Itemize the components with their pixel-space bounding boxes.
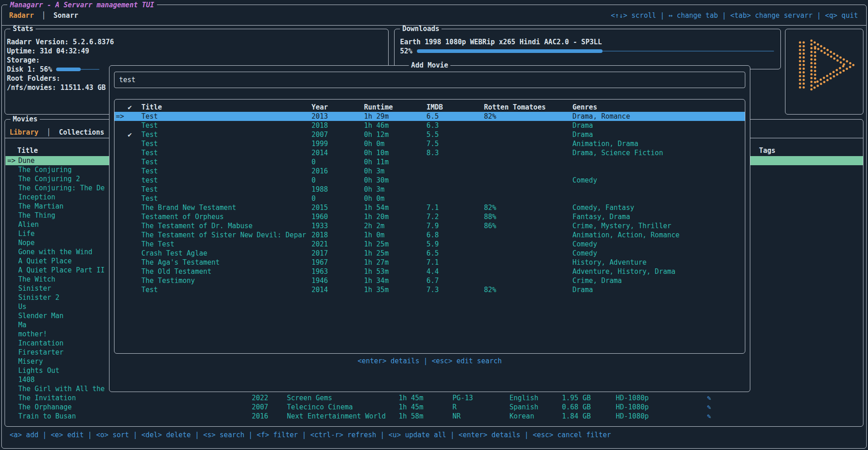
selection-marker [5, 183, 18, 193]
selection-marker: => [5, 156, 18, 165]
movie-list-row[interactable]: The Orphanage 2007 Telecinco Cinema 1h 4… [5, 403, 863, 412]
selection-marker [5, 229, 18, 238]
result-rotten-tomatoes [483, 130, 572, 139]
add-movie-result-row[interactable]: Test 0 0h 0m [114, 194, 745, 203]
edit-icon[interactable]: ✎ [707, 393, 863, 403]
result-genres: Animation, Action, Romance [572, 230, 745, 240]
tab-library[interactable]: Library [10, 128, 38, 136]
movie-list-row[interactable]: Train to Busan 2016 Next Entertainment W… [5, 412, 863, 421]
selection-marker [115, 258, 127, 267]
movie-year: 2022 [252, 393, 287, 403]
tab-radarr[interactable]: Radarr [9, 11, 34, 20]
add-movie-results-list: => Test 2013 1h 29m 6.5 82% Drama, Roman… [114, 112, 745, 294]
add-movie-result-row[interactable]: The Old Testament 1963 1h 53m 4.4 Advent… [114, 267, 745, 276]
add-movie-result-row[interactable]: Test 2014 1h 35m 7.3 82% Drama [114, 285, 745, 294]
add-movie-result-row[interactable]: The Brand New Testament 2015 1h 54m 7.1 … [114, 203, 745, 212]
tab-sonarr[interactable]: Sonarr [53, 11, 78, 20]
add-movie-result-row[interactable]: ✔ Test 2007 0h 12m 5.5 Drama [114, 130, 745, 139]
result-imdb: 5.9 [426, 240, 483, 249]
result-rotten-tomatoes [483, 194, 572, 203]
selection-marker: => [115, 112, 127, 121]
top-keybindings: <↑↓> scroll | ↔ change tab | <tab> chang… [611, 11, 858, 20]
selection-marker [5, 348, 18, 357]
result-title: Test [141, 148, 311, 157]
selection-marker [5, 311, 18, 320]
selection-marker [115, 230, 127, 240]
check-icon [127, 148, 141, 157]
add-movie-result-row[interactable]: The Testimony 1946 1h 34m 6.7 Crime, Dra… [114, 276, 745, 285]
result-year: 1933 [311, 221, 364, 230]
result-runtime: 0h 10m [364, 148, 426, 157]
selection-marker [5, 339, 18, 348]
result-genres: Drama, Science Fiction [572, 148, 745, 157]
add-movie-result-row[interactable]: Crash Test Aglae 2017 1h 25m 6.5 Comedy [114, 249, 745, 258]
result-runtime: 0h 11m [364, 157, 426, 167]
result-genres: History, Adventure [572, 258, 745, 267]
movie-list-row[interactable]: The Invitation 2022 Screen Gems 1h 45m P… [5, 393, 863, 403]
add-movie-result-row[interactable]: The Testament of Dr. Mabuse 1933 2h 2m 7… [114, 221, 745, 230]
downloads-panel: Downloads Earth 1998 1080p WEBRip x265 H… [394, 29, 781, 69]
add-movie-search-input[interactable] [114, 72, 745, 88]
result-runtime: 0h 12m [364, 130, 426, 139]
version-label: Radarr Version: [7, 38, 68, 46]
column-header-marker [115, 103, 127, 112]
add-movie-result-row[interactable]: The Test 2021 1h 25m 5.9 Comedy [114, 240, 745, 249]
result-imdb: 5.5 [426, 130, 483, 139]
selection-marker [115, 167, 127, 176]
selection-marker [5, 266, 18, 275]
selection-marker [5, 220, 18, 229]
tab-collections[interactable]: Collections [59, 128, 104, 136]
add-movie-results-table: ✔ Title Year Runtime IMDB Rotten Tomatoe… [114, 99, 745, 354]
selection-marker [5, 302, 18, 311]
result-imdb: 6.8 [426, 230, 483, 240]
result-title: test [141, 176, 311, 185]
result-year: 1999 [311, 139, 364, 148]
add-movie-result-row[interactable]: Test 0 0h 11m [114, 157, 745, 167]
add-movie-result-row[interactable]: Test 2016 0h 3m [114, 167, 745, 176]
result-runtime: 1h 34m [364, 276, 426, 285]
selection-marker [5, 320, 18, 330]
result-runtime: 1h 46m [364, 121, 426, 130]
result-imdb: 7.9 [426, 221, 483, 230]
add-movie-result-row[interactable]: Testament of Orpheus 1960 1h 20m 7.2 88%… [114, 212, 745, 221]
result-year: 2015 [311, 203, 364, 212]
result-runtime: 1h 35m [364, 285, 426, 294]
movie-title: The Invitation [18, 393, 252, 403]
selection-marker [115, 249, 127, 258]
uptime-value: 31d 04:32:49 [40, 47, 89, 55]
result-year: 2018 [311, 121, 364, 130]
movie-quality: HD-1080p [616, 412, 707, 421]
result-genres: Crime, Drama [572, 276, 745, 285]
add-movie-result-row[interactable]: The Testament of Sister New Devil: Depar… [114, 230, 745, 240]
result-year: 2017 [311, 249, 364, 258]
add-movie-result-row[interactable]: => Test 2013 1h 29m 6.5 82% Drama, Roman… [114, 112, 745, 121]
selection-marker [5, 393, 18, 403]
movie-certification: PG-13 [452, 393, 509, 403]
edit-icon[interactable]: ✎ [707, 412, 863, 421]
add-movie-result-row[interactable]: Test 2018 1h 46m 6.3 Drama [114, 121, 745, 130]
movie-certification: NR [452, 412, 509, 421]
edit-icon[interactable]: ✎ [707, 403, 863, 412]
result-genres: Drama [572, 285, 745, 294]
check-icon [127, 139, 141, 148]
result-year: 2014 [311, 285, 364, 294]
add-movie-result-row[interactable]: Test 2014 0h 10m 8.3 Drama, Science Fict… [114, 148, 745, 157]
check-icon [127, 194, 141, 203]
add-movie-result-row[interactable]: test 0 0h 30m Comedy [114, 176, 745, 185]
add-movie-result-row[interactable]: Test 1988 0h 3m [114, 185, 745, 194]
selection-marker [5, 211, 18, 220]
selection-marker [115, 221, 127, 230]
result-genres: Animation, Drama [572, 139, 745, 148]
movie-studio: Next Entertainment World [287, 412, 399, 421]
add-movie-result-row[interactable]: The Aga's Testament 1967 1h 27m 7.1 Hist… [114, 258, 745, 267]
result-title: The Aga's Testament [141, 258, 311, 267]
result-title: Test [141, 285, 311, 294]
download-progress-bar [417, 47, 774, 56]
result-rotten-tomatoes: 82% [483, 285, 572, 294]
result-genres: Drama, Romance [572, 112, 745, 121]
movie-language: English [509, 393, 562, 403]
selection-marker [5, 403, 18, 412]
result-genres [572, 194, 745, 203]
add-movie-result-row[interactable]: Test 1999 0h 0m 7.5 Animation, Drama [114, 139, 745, 148]
column-header-imdb: IMDB [426, 103, 483, 112]
